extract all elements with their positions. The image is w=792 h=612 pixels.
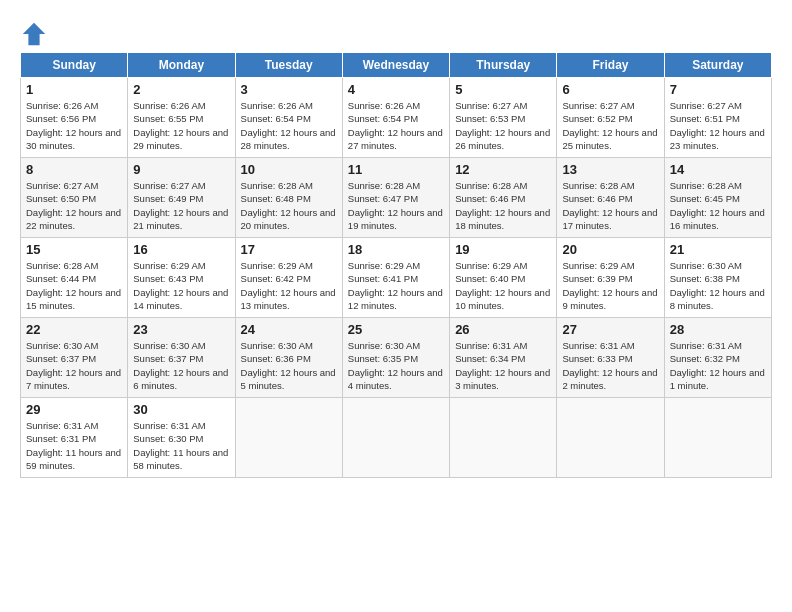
header-wednesday: Wednesday: [342, 53, 449, 78]
logo-icon: [20, 20, 48, 48]
day-info: Sunrise: 6:27 AM Sunset: 6:51 PM Dayligh…: [670, 99, 766, 152]
day-number: 30: [133, 402, 229, 417]
day-number: 10: [241, 162, 337, 177]
day-info: Sunrise: 6:31 AM Sunset: 6:31 PM Dayligh…: [26, 419, 122, 472]
svg-marker-0: [23, 23, 45, 45]
day-cell: 18Sunrise: 6:29 AM Sunset: 6:41 PM Dayli…: [342, 238, 449, 318]
day-cell: [235, 398, 342, 478]
header-sunday: Sunday: [21, 53, 128, 78]
week-row-3: 15Sunrise: 6:28 AM Sunset: 6:44 PM Dayli…: [21, 238, 772, 318]
day-cell: 3Sunrise: 6:26 AM Sunset: 6:54 PM Daylig…: [235, 78, 342, 158]
day-cell: 29Sunrise: 6:31 AM Sunset: 6:31 PM Dayli…: [21, 398, 128, 478]
day-cell: 4Sunrise: 6:26 AM Sunset: 6:54 PM Daylig…: [342, 78, 449, 158]
day-number: 15: [26, 242, 122, 257]
day-number: 27: [562, 322, 658, 337]
day-number: 18: [348, 242, 444, 257]
day-number: 20: [562, 242, 658, 257]
day-number: 9: [133, 162, 229, 177]
day-cell: 7Sunrise: 6:27 AM Sunset: 6:51 PM Daylig…: [664, 78, 771, 158]
day-cell: 9Sunrise: 6:27 AM Sunset: 6:49 PM Daylig…: [128, 158, 235, 238]
day-info: Sunrise: 6:29 AM Sunset: 6:41 PM Dayligh…: [348, 259, 444, 312]
day-cell: 30Sunrise: 6:31 AM Sunset: 6:30 PM Dayli…: [128, 398, 235, 478]
day-info: Sunrise: 6:28 AM Sunset: 6:44 PM Dayligh…: [26, 259, 122, 312]
day-info: Sunrise: 6:31 AM Sunset: 6:33 PM Dayligh…: [562, 339, 658, 392]
day-cell: 22Sunrise: 6:30 AM Sunset: 6:37 PM Dayli…: [21, 318, 128, 398]
week-row-1: 1Sunrise: 6:26 AM Sunset: 6:56 PM Daylig…: [21, 78, 772, 158]
day-cell: 28Sunrise: 6:31 AM Sunset: 6:32 PM Dayli…: [664, 318, 771, 398]
day-cell: 23Sunrise: 6:30 AM Sunset: 6:37 PM Dayli…: [128, 318, 235, 398]
day-number: 22: [26, 322, 122, 337]
day-number: 25: [348, 322, 444, 337]
calendar-header: SundayMondayTuesdayWednesdayThursdayFrid…: [21, 53, 772, 78]
day-info: Sunrise: 6:28 AM Sunset: 6:47 PM Dayligh…: [348, 179, 444, 232]
day-cell: 13Sunrise: 6:28 AM Sunset: 6:46 PM Dayli…: [557, 158, 664, 238]
calendar-table: SundayMondayTuesdayWednesdayThursdayFrid…: [20, 52, 772, 478]
day-info: Sunrise: 6:30 AM Sunset: 6:37 PM Dayligh…: [26, 339, 122, 392]
day-number: 14: [670, 162, 766, 177]
day-number: 5: [455, 82, 551, 97]
day-number: 12: [455, 162, 551, 177]
day-number: 11: [348, 162, 444, 177]
day-cell: 6Sunrise: 6:27 AM Sunset: 6:52 PM Daylig…: [557, 78, 664, 158]
calendar-body: 1Sunrise: 6:26 AM Sunset: 6:56 PM Daylig…: [21, 78, 772, 478]
day-number: 17: [241, 242, 337, 257]
day-info: Sunrise: 6:28 AM Sunset: 6:45 PM Dayligh…: [670, 179, 766, 232]
day-info: Sunrise: 6:27 AM Sunset: 6:49 PM Dayligh…: [133, 179, 229, 232]
day-number: 23: [133, 322, 229, 337]
day-cell: [664, 398, 771, 478]
day-info: Sunrise: 6:30 AM Sunset: 6:35 PM Dayligh…: [348, 339, 444, 392]
day-info: Sunrise: 6:26 AM Sunset: 6:54 PM Dayligh…: [241, 99, 337, 152]
day-number: 4: [348, 82, 444, 97]
day-info: Sunrise: 6:31 AM Sunset: 6:34 PM Dayligh…: [455, 339, 551, 392]
day-cell: [450, 398, 557, 478]
day-number: 2: [133, 82, 229, 97]
day-number: 28: [670, 322, 766, 337]
header-saturday: Saturday: [664, 53, 771, 78]
day-number: 16: [133, 242, 229, 257]
day-cell: 5Sunrise: 6:27 AM Sunset: 6:53 PM Daylig…: [450, 78, 557, 158]
header-row: SundayMondayTuesdayWednesdayThursdayFrid…: [21, 53, 772, 78]
day-number: 3: [241, 82, 337, 97]
day-number: 21: [670, 242, 766, 257]
day-info: Sunrise: 6:30 AM Sunset: 6:36 PM Dayligh…: [241, 339, 337, 392]
day-info: Sunrise: 6:27 AM Sunset: 6:50 PM Dayligh…: [26, 179, 122, 232]
day-number: 26: [455, 322, 551, 337]
day-number: 8: [26, 162, 122, 177]
day-number: 24: [241, 322, 337, 337]
day-info: Sunrise: 6:26 AM Sunset: 6:55 PM Dayligh…: [133, 99, 229, 152]
day-cell: 19Sunrise: 6:29 AM Sunset: 6:40 PM Dayli…: [450, 238, 557, 318]
day-info: Sunrise: 6:30 AM Sunset: 6:38 PM Dayligh…: [670, 259, 766, 312]
page: SundayMondayTuesdayWednesdayThursdayFrid…: [0, 0, 792, 488]
day-cell: [342, 398, 449, 478]
day-info: Sunrise: 6:28 AM Sunset: 6:48 PM Dayligh…: [241, 179, 337, 232]
day-number: 7: [670, 82, 766, 97]
day-cell: 14Sunrise: 6:28 AM Sunset: 6:45 PM Dayli…: [664, 158, 771, 238]
day-info: Sunrise: 6:29 AM Sunset: 6:39 PM Dayligh…: [562, 259, 658, 312]
header-monday: Monday: [128, 53, 235, 78]
day-number: 29: [26, 402, 122, 417]
day-info: Sunrise: 6:30 AM Sunset: 6:37 PM Dayligh…: [133, 339, 229, 392]
day-number: 13: [562, 162, 658, 177]
day-info: Sunrise: 6:28 AM Sunset: 6:46 PM Dayligh…: [562, 179, 658, 232]
day-info: Sunrise: 6:26 AM Sunset: 6:56 PM Dayligh…: [26, 99, 122, 152]
day-info: Sunrise: 6:28 AM Sunset: 6:46 PM Dayligh…: [455, 179, 551, 232]
day-info: Sunrise: 6:27 AM Sunset: 6:52 PM Dayligh…: [562, 99, 658, 152]
day-cell: 1Sunrise: 6:26 AM Sunset: 6:56 PM Daylig…: [21, 78, 128, 158]
header-tuesday: Tuesday: [235, 53, 342, 78]
day-number: 6: [562, 82, 658, 97]
day-info: Sunrise: 6:29 AM Sunset: 6:40 PM Dayligh…: [455, 259, 551, 312]
day-cell: 11Sunrise: 6:28 AM Sunset: 6:47 PM Dayli…: [342, 158, 449, 238]
day-cell: 10Sunrise: 6:28 AM Sunset: 6:48 PM Dayli…: [235, 158, 342, 238]
week-row-5: 29Sunrise: 6:31 AM Sunset: 6:31 PM Dayli…: [21, 398, 772, 478]
day-cell: 27Sunrise: 6:31 AM Sunset: 6:33 PM Dayli…: [557, 318, 664, 398]
day-cell: 25Sunrise: 6:30 AM Sunset: 6:35 PM Dayli…: [342, 318, 449, 398]
day-info: Sunrise: 6:31 AM Sunset: 6:30 PM Dayligh…: [133, 419, 229, 472]
day-cell: 16Sunrise: 6:29 AM Sunset: 6:43 PM Dayli…: [128, 238, 235, 318]
day-info: Sunrise: 6:31 AM Sunset: 6:32 PM Dayligh…: [670, 339, 766, 392]
day-cell: 21Sunrise: 6:30 AM Sunset: 6:38 PM Dayli…: [664, 238, 771, 318]
week-row-2: 8Sunrise: 6:27 AM Sunset: 6:50 PM Daylig…: [21, 158, 772, 238]
logo: [20, 20, 50, 48]
day-cell: 12Sunrise: 6:28 AM Sunset: 6:46 PM Dayli…: [450, 158, 557, 238]
day-cell: 20Sunrise: 6:29 AM Sunset: 6:39 PM Dayli…: [557, 238, 664, 318]
day-cell: 26Sunrise: 6:31 AM Sunset: 6:34 PM Dayli…: [450, 318, 557, 398]
